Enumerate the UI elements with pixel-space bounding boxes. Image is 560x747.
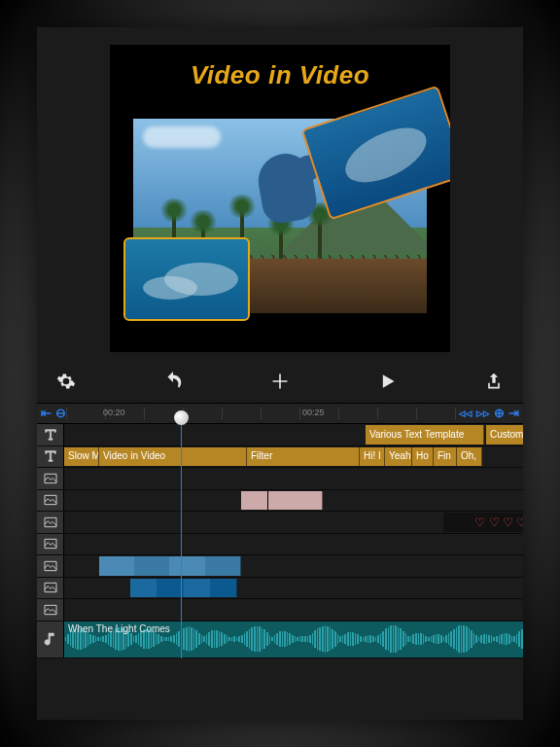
timeline-clip[interactable]: Various Text Template xyxy=(366,425,484,445)
timeline-clip[interactable] xyxy=(241,491,323,511)
track-head-video-2[interactable] xyxy=(37,578,64,599)
track-head-overlay-2[interactable] xyxy=(37,490,64,512)
track-head-overlay-4[interactable] xyxy=(37,534,64,555)
music-icon xyxy=(43,631,58,647)
text-track-2[interactable]: Slow MVideo in VideoFilterHi! IYeahHoFin… xyxy=(37,446,523,469)
timeline-clip[interactable]: Ho xyxy=(412,447,434,467)
track-head-text-2[interactable] xyxy=(37,446,64,468)
image-icon xyxy=(43,515,58,530)
preview-pip-overlay-2[interactable] xyxy=(123,237,250,321)
play-icon xyxy=(377,372,397,391)
play-button[interactable] xyxy=(368,372,406,396)
timeline-clip[interactable]: Oh, xyxy=(457,447,482,467)
image-icon xyxy=(43,492,58,508)
image-icon xyxy=(43,536,58,551)
preview-area: Video in Video xyxy=(37,27,523,364)
text-icon xyxy=(43,427,58,443)
overlay-track-3[interactable]: ♡ ♡ ♡ ♡ xyxy=(37,512,523,534)
image-icon xyxy=(43,580,58,595)
video-track-1[interactable] xyxy=(37,555,523,578)
image-icon xyxy=(43,558,58,574)
share-icon xyxy=(484,372,504,391)
ruler-right-controls: ◃◃ ▹▹ ⊕ ⇥ xyxy=(459,406,519,420)
timeline-clip[interactable]: Filter xyxy=(247,447,360,467)
settings-button[interactable] xyxy=(47,372,86,396)
timeline: ⇤ ⊖ 00:2000:25 ◃◃ ▹▹ ⊕ ⇥ Various Text Te… xyxy=(37,403,523,720)
ruler-time-label: 00:20 xyxy=(103,408,125,417)
text-icon xyxy=(43,448,58,464)
timeline-clip[interactable] xyxy=(130,579,237,598)
timeline-clip[interactable]: Hi! I xyxy=(360,447,385,467)
image-icon xyxy=(43,471,58,486)
overlay-track-2[interactable] xyxy=(37,490,523,513)
timeline-clip[interactable]: Video in Video xyxy=(99,447,247,467)
step-back-button[interactable]: ◃◃ xyxy=(459,406,472,420)
editor-window: Video in Video xyxy=(37,27,523,720)
image-icon xyxy=(43,602,58,618)
gear-icon xyxy=(56,372,76,391)
plus-icon xyxy=(270,372,290,391)
track-head-overlay-3[interactable] xyxy=(37,512,64,533)
share-button[interactable] xyxy=(474,372,513,396)
timeline-clip[interactable]: Yeah xyxy=(385,447,412,467)
track-head-video-3[interactable] xyxy=(37,599,64,621)
preview-title-overlay: Video in Video xyxy=(110,45,450,90)
preview-pip-overlay-1[interactable] xyxy=(300,86,450,221)
timeline-clip[interactable]: Fin xyxy=(434,447,457,467)
timeline-clip[interactable]: Custom Paint xyxy=(486,425,523,445)
time-ruler[interactable]: ⇤ ⊖ 00:2000:25 ◃◃ ▹▹ ⊕ ⇥ xyxy=(37,403,523,424)
tracks-container: Various Text TemplateCustom Paint Slow M… xyxy=(37,424,523,658)
video-preview[interactable]: Video in Video xyxy=(110,45,450,352)
overlay-track-4[interactable] xyxy=(37,534,523,556)
video-track-2[interactable] xyxy=(37,578,523,600)
timeline-clip[interactable]: Slow M xyxy=(64,447,99,467)
overlay-track-1[interactable] xyxy=(37,468,523,490)
step-fwd-button[interactable]: ▹▹ xyxy=(476,406,490,420)
main-toolbar xyxy=(37,364,523,403)
undo-button[interactable] xyxy=(154,371,192,397)
audio-clip[interactable]: When The Light Comes xyxy=(64,622,523,658)
track-head-audio[interactable] xyxy=(37,622,64,658)
track-head-video-1[interactable] xyxy=(37,555,64,577)
jump-end-button[interactable]: ⇥ xyxy=(508,406,519,420)
ruler-time-label: 00:25 xyxy=(302,408,325,417)
text-track-1[interactable]: Various Text TemplateCustom Paint xyxy=(37,424,523,446)
track-head-text-1[interactable] xyxy=(37,424,64,445)
ruler-ticks: 00:2000:25 xyxy=(37,404,523,423)
track-head-overlay-1[interactable] xyxy=(37,468,64,489)
audio-track[interactable]: When The Light Comes xyxy=(37,622,523,658)
timeline-clip[interactable]: ♡ ♡ ♡ ♡ xyxy=(443,513,523,532)
zoom-in-ruler-button[interactable]: ⊕ xyxy=(494,406,505,420)
audio-clip-label: When The Light Comes xyxy=(68,623,170,634)
add-button[interactable] xyxy=(261,372,299,396)
undo-icon xyxy=(162,371,184,392)
video-track-3[interactable] xyxy=(37,599,523,622)
timeline-clip[interactable] xyxy=(99,556,241,576)
